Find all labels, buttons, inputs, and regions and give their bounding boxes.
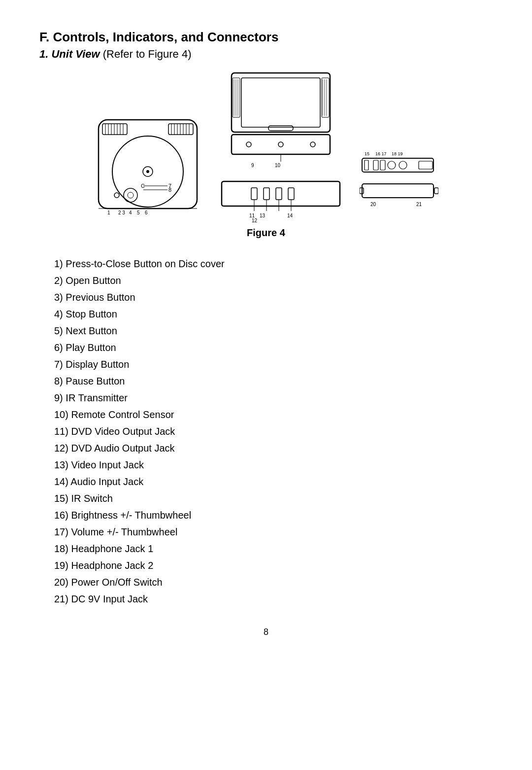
svg-rect-71 xyxy=(380,160,385,170)
svg-point-46 xyxy=(246,142,251,147)
list-item: 4) Stop Button xyxy=(54,306,493,322)
svg-rect-52 xyxy=(222,181,340,206)
page-title: F. Controls, Indicators, and Connectors xyxy=(39,30,493,45)
svg-text:8: 8 xyxy=(168,187,171,193)
list-item: 16) Brightness +/- Thumbwheel xyxy=(54,507,493,524)
svg-rect-54 xyxy=(264,188,269,200)
svg-text:16 17: 16 17 xyxy=(375,151,387,156)
svg-text:2 3: 2 3 xyxy=(118,210,125,215)
list-item: 18) Headphone Jack 1 xyxy=(54,540,493,557)
svg-text:9: 9 xyxy=(251,163,254,168)
list-item: 3) Previous Button xyxy=(54,289,493,306)
figure-label: Figure 4 xyxy=(247,227,285,239)
svg-text:18 19: 18 19 xyxy=(392,151,403,156)
svg-rect-55 xyxy=(276,188,282,200)
svg-point-72 xyxy=(388,161,396,169)
section-subtitle: 1. Unit View (Refer to Figure 4) xyxy=(39,48,493,61)
svg-rect-35 xyxy=(241,78,320,127)
list-item: 14) Audio Input Jack xyxy=(54,473,493,490)
svg-rect-70 xyxy=(373,160,378,170)
page-number: 8 xyxy=(39,627,493,637)
svg-text:12: 12 xyxy=(252,218,258,223)
diagram-side-view: 15 16 17 18 19 20 21 xyxy=(360,149,438,223)
list-item: 1) Press-to-Close Button on Disc cover xyxy=(54,255,493,272)
list-item: 10) Remote Control Sensor xyxy=(54,406,493,423)
svg-point-26 xyxy=(128,192,133,198)
diagram-top-view: C 7 8 1 2 3 4 5 6 xyxy=(94,115,202,223)
svg-text:1: 1 xyxy=(107,210,110,215)
svg-rect-44 xyxy=(268,126,293,131)
figure-container: C 7 8 1 2 3 4 5 6 xyxy=(39,70,493,250)
svg-text:6: 6 xyxy=(145,210,148,215)
svg-rect-77 xyxy=(434,188,438,194)
diagram-bottom-view: 11 13 12 14 xyxy=(217,174,345,223)
list-item: 9) IR Transmitter xyxy=(54,389,493,406)
svg-text:15: 15 xyxy=(365,151,369,156)
svg-rect-53 xyxy=(251,188,257,200)
svg-rect-68 xyxy=(362,158,433,172)
diagrams-row: C 7 8 1 2 3 4 5 6 xyxy=(94,70,438,223)
list-item: 19) Headphone Jack 2 xyxy=(54,557,493,574)
svg-text:5: 5 xyxy=(137,210,140,215)
list-item: 7) Display Button xyxy=(54,356,493,373)
svg-rect-75 xyxy=(362,184,433,198)
list-item: 21) DC 9V Input Jack xyxy=(54,591,493,607)
svg-text:4: 4 xyxy=(129,210,132,215)
list-item: 17) Volume +/- Thumbwheel xyxy=(54,524,493,540)
svg-point-27 xyxy=(114,193,119,198)
svg-point-48 xyxy=(310,142,315,147)
svg-text:14: 14 xyxy=(287,213,293,218)
list-item: 8) Pause Button xyxy=(54,373,493,389)
svg-text:20: 20 xyxy=(370,202,376,207)
svg-point-19 xyxy=(146,170,149,173)
list-item: 13) Video Input Jack xyxy=(54,456,493,473)
list-item: 15) IR Switch xyxy=(54,490,493,507)
diagram-front-view: 9 10 xyxy=(217,70,345,169)
svg-rect-74 xyxy=(419,161,432,169)
svg-text:10: 10 xyxy=(275,163,281,168)
list-item: 11) DVD Video Output Jack xyxy=(54,423,493,440)
list-item: 12) DVD Audio Output Jack xyxy=(54,440,493,456)
svg-rect-36 xyxy=(233,78,240,117)
content-list: 1) Press-to-Close Button on Disc cover2)… xyxy=(54,255,493,607)
list-item: 5) Next Button xyxy=(54,322,493,339)
svg-point-73 xyxy=(399,161,407,169)
svg-point-47 xyxy=(278,142,283,147)
list-item: 20) Power On/Off Switch xyxy=(54,574,493,591)
list-item: 6) Play Button xyxy=(54,339,493,356)
svg-text:13: 13 xyxy=(260,213,266,218)
svg-rect-69 xyxy=(365,160,368,170)
svg-point-25 xyxy=(124,188,137,202)
svg-rect-34 xyxy=(232,73,330,132)
svg-rect-56 xyxy=(288,188,294,200)
list-item: 2) Open Button xyxy=(54,272,493,289)
svg-text:21: 21 xyxy=(416,202,422,207)
